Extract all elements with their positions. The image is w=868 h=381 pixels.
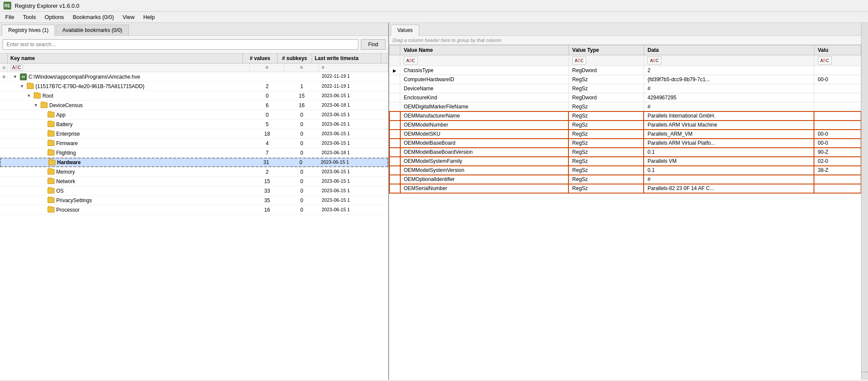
- find-button[interactable]: Find: [361, 39, 386, 50]
- header-key-name[interactable]: Key name: [8, 54, 243, 63]
- value-val-cell: 90-Z: [814, 148, 861, 157]
- value-val-cell: [814, 175, 861, 184]
- expand-button[interactable]: ▼: [33, 102, 39, 108]
- values-table-row[interactable]: DeviceNameRegSz#: [389, 84, 861, 93]
- tree-item-label: Enterprise: [56, 131, 80, 137]
- values-table-row[interactable]: ComputerHardwareIDRegSz{fd39f7b5-dcc9-8b…: [389, 75, 861, 84]
- tree-row[interactable]: OS3302023-06-15 1: [0, 186, 388, 196]
- menu-help[interactable]: Help: [140, 13, 158, 22]
- tree-row[interactable]: Flighting702023-06-18 1: [0, 148, 388, 158]
- tree-cell-values: 31: [249, 159, 284, 166]
- value-data-cell: 0.1: [644, 148, 814, 157]
- menu-options[interactable]: Options: [41, 13, 67, 22]
- tree-cell-values: 18: [250, 130, 284, 138]
- tree-content[interactable]: ⊗▼HC:\Windows\appcompat\Programs\Amcache…: [0, 72, 388, 380]
- col-value-header[interactable]: Valu: [814, 45, 861, 55]
- tree-item-label: App: [56, 112, 65, 118]
- tree-row[interactable]: Memory202023-06-15 1: [0, 167, 388, 177]
- menu-view[interactable]: View: [119, 13, 138, 22]
- expand-button[interactable]: ▼: [12, 74, 18, 80]
- header-subkeys[interactable]: # subkeys: [278, 54, 312, 63]
- row-arrow: [389, 84, 400, 93]
- tree-row[interactable]: PrivacySettings3502023-06-15 1: [0, 196, 388, 205]
- tree-row[interactable]: Processor1602023-06-15 1: [0, 205, 388, 215]
- tree-cell-values: 16: [250, 206, 284, 214]
- tree-row[interactable]: Enterprise1802023-06-15 1: [0, 129, 388, 139]
- values-table-row[interactable]: OEMOptionalIdentifierRegSz#: [389, 175, 861, 184]
- tree-item-label: Network: [56, 178, 75, 184]
- tree-row[interactable]: ▼Root0152023-06-15 1: [0, 91, 388, 101]
- tree-cell-timestamp: 2023-06-15 1: [319, 197, 388, 204]
- col-value-name-header[interactable]: Value Name: [400, 45, 569, 55]
- tree-row[interactable]: ▼DeviceCensus6162023-06-18 1: [0, 101, 388, 110]
- menu-file[interactable]: File: [2, 13, 18, 22]
- tree-row[interactable]: ▼{11517B7C-E79D-4e20-961B-75A811715ADD}2…: [0, 82, 388, 91]
- row-arrow: [389, 157, 400, 166]
- values-table-row[interactable]: OEMSerialNumberRegSzParallels-82 23 0F 1…: [389, 184, 861, 193]
- tree-cell-key-name: ▼DeviceCensus: [8, 102, 250, 109]
- tree-cell-subkeys: 1: [284, 83, 319, 90]
- values-table: Value Name Value Type Data Valu ABC ABC …: [389, 45, 861, 193]
- tree-cell-values: 15: [250, 178, 284, 185]
- value-name-cell: ComputerHardwareID: [400, 75, 569, 84]
- value-name-cell: OEMOptionalIdentifier: [400, 175, 569, 184]
- tree-cell-timestamp: 2022-11-19 1: [319, 83, 388, 90]
- expand-button[interactable]: ▼: [19, 83, 25, 89]
- values-table-row[interactable]: OEMManufacturerNameRegSzParallels Intern…: [389, 111, 861, 121]
- tree-row[interactable]: App002023-06-15 1: [0, 110, 388, 120]
- filter-values[interactable]: =: [250, 64, 284, 72]
- values-table-row[interactable]: EnclosureKindRegDword4294967295: [389, 93, 861, 102]
- menu-bookmarks[interactable]: Bookmarks (0/0): [69, 13, 117, 22]
- tree-item-label: Battery: [56, 121, 73, 127]
- value-val-cell: [814, 93, 861, 102]
- tree-row[interactable]: Hardware3102023-06-15 1: [0, 158, 388, 167]
- col-value-type-header[interactable]: Value Type: [568, 45, 644, 55]
- values-table-row[interactable]: OEMModelSystemFamilyRegSzParallels VM02-…: [389, 157, 861, 166]
- tree-row[interactable]: ⊗▼HC:\Windows\appcompat\Programs\Amcache…: [0, 72, 388, 82]
- values-table-row[interactable]: OEMDigitalMarkerFileNameRegSz#: [389, 102, 861, 111]
- value-type-cell: RegSz: [568, 175, 644, 184]
- tree-row[interactable]: Network1502023-06-15 1: [0, 177, 388, 186]
- values-table-wrap[interactable]: Value Name Value Type Data Valu ABC ABC …: [389, 45, 861, 380]
- search-input[interactable]: [3, 39, 358, 50]
- filter-key-name[interactable]: ABC: [8, 64, 250, 72]
- row-expand-indicator: ⊗: [0, 74, 8, 79]
- tree-cell-key-name: Flighting: [8, 149, 250, 157]
- menu-tools[interactable]: Tools: [19, 13, 39, 22]
- filter-timestamp[interactable]: =: [319, 64, 388, 72]
- row-arrow: [389, 130, 400, 139]
- folder-icon: [48, 131, 54, 137]
- expand-button[interactable]: ▼: [26, 93, 32, 99]
- values-table-row[interactable]: OEMModelBaseBoardVersionRegSz0.190-Z: [389, 148, 861, 157]
- value-data-cell: Parallels_ARM_VM: [644, 130, 814, 139]
- value-type-cell: RegSz: [568, 121, 644, 130]
- header-values[interactable]: # values: [243, 54, 278, 63]
- header-timestamp[interactable]: Last write timesta: [312, 54, 381, 63]
- panel-splitter[interactable]: ⋮: [861, 23, 868, 380]
- tree-cell-values: [250, 73, 284, 81]
- values-table-row[interactable]: OEMModelSystemVersionRegSz0.138-Z: [389, 166, 861, 175]
- app-icon: RE: [3, 2, 11, 10]
- value-data-cell: #: [644, 102, 814, 111]
- tab-available-bookmarks[interactable]: Available bookmarks (0/0): [56, 25, 129, 35]
- row-arrow: [389, 184, 400, 193]
- values-table-row[interactable]: OEMModelSKURegSzParallels_ARM_VM00-0: [389, 130, 861, 139]
- tab-registry-hives[interactable]: Registry hives (1): [2, 25, 55, 36]
- col-data-header[interactable]: Data: [644, 45, 814, 55]
- tree-cell-subkeys: 0: [284, 187, 319, 195]
- tree-cell-subkeys: 0: [284, 159, 318, 166]
- tree-cell-subkeys: 0: [284, 121, 319, 128]
- values-table-row[interactable]: ▶ChassisTypeRegDword2: [389, 66, 861, 75]
- app-title: Registry Explorer v1.6.0.0: [15, 3, 80, 9]
- values-table-row[interactable]: OEMModelBaseBoardRegSzParallels ARM Virt…: [389, 139, 861, 148]
- value-data-cell: Parallels VM: [644, 157, 814, 166]
- values-table-row[interactable]: OEMModelNumberRegSzParallels ARM Virtual…: [389, 121, 861, 130]
- folder-icon: [34, 93, 41, 98]
- filter-subkeys[interactable]: =: [284, 64, 319, 72]
- tree-item-label: Firmware: [56, 140, 78, 146]
- tree-row[interactable]: Firmware402023-06-15 1: [0, 139, 388, 148]
- folder-icon: [48, 121, 54, 127]
- tree-row[interactable]: Battery502023-06-15 1: [0, 120, 388, 129]
- tree-cell-subkeys: 0: [284, 168, 319, 176]
- tab-values[interactable]: Values: [391, 25, 419, 36]
